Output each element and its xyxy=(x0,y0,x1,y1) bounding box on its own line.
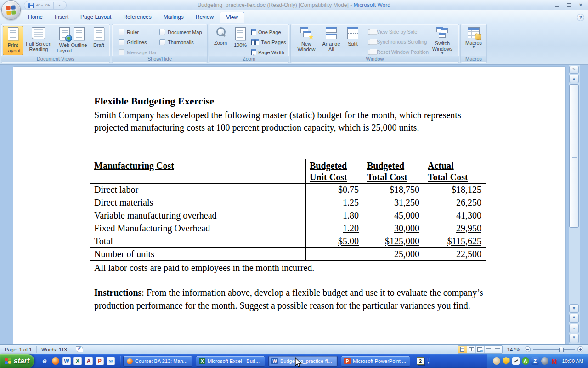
select-browse-object-button[interactable]: • xyxy=(569,324,579,333)
synchronous-scrolling-button: Synchronous Scrolling xyxy=(368,39,427,45)
page-indicator[interactable]: Page: 1 of 1 xyxy=(0,347,36,352)
tray-icon-security-shield[interactable] xyxy=(503,357,510,365)
tab-review[interactable]: Review xyxy=(190,12,220,23)
cell-value: $115,625 xyxy=(424,235,486,248)
status-print-layout-button[interactable] xyxy=(458,346,467,353)
one-page-button[interactable]: One Page xyxy=(251,29,281,35)
zoom-out-button[interactable]: − xyxy=(525,346,531,352)
new-window-button[interactable]: New Window xyxy=(294,26,318,55)
previous-page-button[interactable]: ▲ xyxy=(569,314,579,323)
draft-button[interactable]: Draft xyxy=(90,26,108,55)
header-actual-total-cost: ActualTotal Cost xyxy=(424,159,486,184)
access-icon[interactable]: A xyxy=(85,357,93,365)
internet-explorer-icon[interactable]: e xyxy=(40,357,49,365)
start-button[interactable]: start xyxy=(0,354,34,368)
macros-button[interactable]: Macros ▾ xyxy=(464,26,484,55)
web-layout-mini-icon xyxy=(477,347,482,352)
taskbar-clock[interactable]: 10:50 AM xyxy=(560,358,583,364)
status-outline-button[interactable] xyxy=(485,346,493,353)
thumbnails-checkbox-icon[interactable] xyxy=(159,39,165,45)
print-layout-icon xyxy=(8,27,18,40)
status-full-screen-button[interactable] xyxy=(467,346,476,353)
status-separator xyxy=(72,346,72,353)
tab-view[interactable]: View xyxy=(220,12,244,23)
taskbar-button-powerpoint[interactable]: P Microsoft PowerPoint ... xyxy=(341,356,410,367)
tab-references[interactable]: References xyxy=(117,12,157,23)
word-icon[interactable]: W xyxy=(62,357,71,365)
tab-insert[interactable]: Insert xyxy=(49,12,74,23)
status-draft-button[interactable] xyxy=(493,346,502,353)
table-header-row: Manufacturing Cost BudgetedUnit Cost Bud… xyxy=(90,159,486,184)
tray-icon-tools[interactable] xyxy=(512,357,520,365)
macros-icon xyxy=(468,27,480,38)
system-tray: A Z N 10:50 AM xyxy=(487,354,588,368)
scroll-down-icon: ▼ xyxy=(572,306,576,310)
language-options-button[interactable]: ❑▾ xyxy=(427,358,430,364)
language-indicator[interactable]: 2 xyxy=(417,357,424,365)
tab-home[interactable]: Home xyxy=(22,12,49,23)
help-button[interactable]: ? xyxy=(577,14,584,21)
zoom-in-button[interactable]: + xyxy=(577,346,583,352)
vertical-scrollbar[interactable]: ✎ ▲ ▼ ▲ • ▼ xyxy=(569,65,580,344)
scroll-up-button[interactable]: ▲ xyxy=(569,75,579,83)
view-ruler-toggle-button[interactable]: ✎ xyxy=(569,66,579,74)
thumb-grip-icon xyxy=(572,155,577,155)
mail-icon[interactable]: ✉ xyxy=(107,357,115,365)
cell-label: Number of units xyxy=(90,248,306,261)
start-label: start xyxy=(14,357,30,365)
page-width-button[interactable]: ↔ Page Width xyxy=(251,49,284,55)
tab-mailings[interactable]: Mailings xyxy=(158,12,190,23)
cell-value: $18,750 xyxy=(363,184,424,196)
powerpoint-icon[interactable]: P xyxy=(96,357,104,365)
taskbar-button-excel[interactable]: X Microsoft Excel - Bud... xyxy=(196,356,265,367)
taskbar-button-firefox[interactable]: Course: BA 213: Man... xyxy=(123,356,192,367)
document-content[interactable]: Flexible Budgeting Exercise Smith Compan… xyxy=(13,67,565,344)
restore-button[interactable] xyxy=(565,2,572,8)
arrange-all-label: Arrange All xyxy=(319,41,343,52)
checkbox-document-map[interactable]: Document Map xyxy=(159,29,202,35)
group-show-hide: Ruler Gridlines Message Bar Document Map… xyxy=(112,24,208,63)
checkbox-ruler[interactable]: Ruler xyxy=(119,29,139,35)
arrange-all-button[interactable]: Arrange All xyxy=(319,26,343,55)
tray-icon-z-app[interactable]: Z xyxy=(531,357,539,365)
two-pages-button[interactable]: Two Pages xyxy=(251,39,286,45)
magnifier-icon xyxy=(215,27,226,38)
document-map-checkbox-icon[interactable] xyxy=(159,29,165,35)
checkbox-gridlines[interactable]: Gridlines xyxy=(119,39,147,45)
gridlines-checkbox-icon[interactable] xyxy=(119,39,124,45)
switch-windows-icon xyxy=(436,27,448,39)
minimize-button[interactable] xyxy=(553,2,560,8)
excel-icon[interactable]: X xyxy=(74,357,82,365)
tray-icon-norton[interactable]: N xyxy=(551,357,558,365)
header-manufacturing-cost: Manufacturing Cost xyxy=(90,159,306,184)
status-web-layout-button[interactable] xyxy=(476,346,485,353)
scroll-down-button[interactable]: ▼ xyxy=(569,304,579,313)
zoom-in-icon: + xyxy=(579,346,582,352)
tray-icon-volume[interactable] xyxy=(541,357,548,365)
zoom-100-button[interactable]: 100% xyxy=(231,26,249,55)
zoom-slider-thumb[interactable] xyxy=(559,347,564,352)
print-layout-button[interactable]: Print Layout xyxy=(3,26,23,55)
scrollbar-thumb[interactable] xyxy=(569,84,579,228)
tray-icon-antivirus[interactable]: A xyxy=(522,357,529,365)
split-button[interactable]: Split xyxy=(344,26,362,55)
proofing-status-icon[interactable] xyxy=(76,346,83,352)
checkbox-thumbnails[interactable]: Thumbnails xyxy=(159,39,194,45)
office-button[interactable] xyxy=(1,0,21,20)
firefox-icon[interactable] xyxy=(51,357,60,365)
outline-button[interactable]: Outline xyxy=(68,26,90,55)
switch-windows-button[interactable]: Switch Windows ▾ xyxy=(429,26,456,55)
tray-icon-messenger[interactable] xyxy=(493,357,500,365)
zoom-button[interactable]: Zoom xyxy=(211,26,230,55)
header-budgeted-total-cost: BudgetedTotal Cost xyxy=(363,159,424,184)
close-button[interactable]: × xyxy=(577,2,584,8)
tab-page-layout[interactable]: Page Layout xyxy=(74,12,117,23)
ruler-checkbox-icon[interactable] xyxy=(119,29,124,35)
group-document-views: Print Layout Full Screen Reading Web Lay… xyxy=(1,24,110,63)
zoom-label: Zoom xyxy=(214,40,227,46)
full-screen-reading-button[interactable]: Full Screen Reading xyxy=(24,26,53,55)
zoom-slider-track[interactable] xyxy=(533,346,575,352)
word-count[interactable]: Words: 113 xyxy=(37,347,71,352)
next-page-button[interactable]: ▼ xyxy=(569,334,579,343)
zoom-percentage[interactable]: 147% xyxy=(505,347,522,352)
